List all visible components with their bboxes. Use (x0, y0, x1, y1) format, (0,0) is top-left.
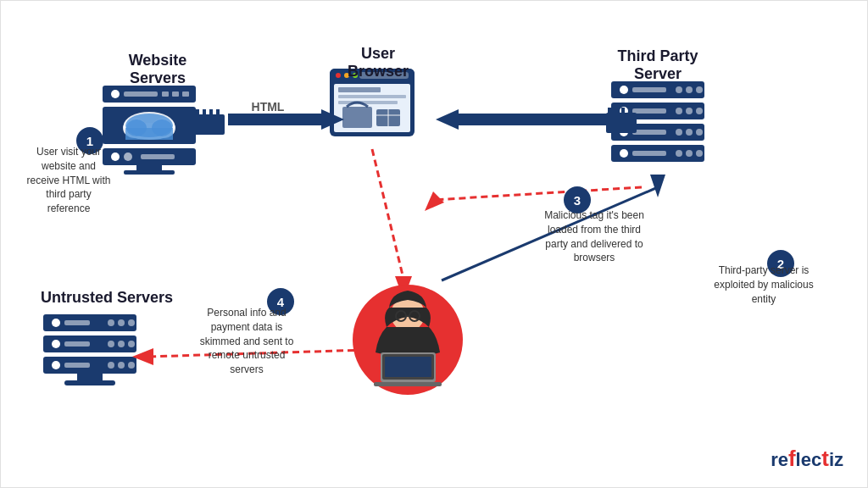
svg-point-73 (52, 361, 60, 369)
svg-rect-91 (606, 113, 637, 133)
svg-line-96 (372, 149, 403, 279)
svg-rect-44 (632, 108, 666, 114)
svg-point-12 (126, 119, 147, 136)
diagram-container: HTML 1 2 (1, 1, 868, 488)
svg-text:3: 3 (574, 193, 581, 208)
step3-desc: Malicious tag it's been loaded from the … (535, 208, 654, 265)
svg-marker-99 (132, 348, 153, 365)
svg-point-9 (152, 118, 175, 138)
svg-point-63 (108, 319, 114, 326)
svg-rect-31 (338, 101, 398, 104)
svg-point-37 (620, 86, 628, 94)
svg-point-43 (620, 107, 628, 115)
svg-point-8 (123, 118, 147, 138)
svg-point-61 (52, 319, 60, 327)
svg-rect-79 (64, 380, 115, 385)
svg-point-7 (124, 112, 175, 139)
svg-point-76 (118, 362, 125, 369)
svg-point-40 (686, 86, 693, 93)
svg-point-116 (396, 311, 406, 321)
svg-point-16 (111, 152, 120, 161)
logo-accent2: t (821, 446, 829, 471)
svg-rect-0 (103, 86, 196, 103)
svg-marker-86 (321, 109, 344, 130)
svg-rect-48 (611, 124, 704, 141)
svg-rect-4 (172, 92, 179, 97)
svg-rect-50 (632, 130, 666, 135)
svg-rect-18 (141, 154, 175, 159)
svg-rect-32 (342, 107, 372, 128)
svg-point-55 (620, 149, 628, 158)
svg-marker-97 (395, 276, 412, 299)
logo-accent: f (788, 446, 796, 471)
svg-line-94 (433, 187, 642, 200)
svg-rect-15 (103, 148, 196, 165)
svg-point-57 (676, 150, 682, 157)
svg-rect-114 (385, 357, 431, 377)
svg-point-1 (111, 90, 120, 98)
svg-point-39 (676, 86, 682, 93)
svg-point-52 (686, 129, 693, 136)
svg-point-17 (124, 152, 132, 161)
svg-rect-78 (77, 374, 103, 380)
svg-rect-30 (338, 95, 406, 98)
svg-marker-95 (425, 191, 444, 211)
svg-point-77 (128, 362, 135, 369)
svg-point-58 (686, 150, 693, 157)
svg-point-49 (620, 128, 628, 136)
svg-point-59 (696, 150, 703, 157)
svg-rect-28 (334, 84, 410, 132)
svg-point-71 (128, 341, 135, 347)
third-party-label: Third Party Server (594, 47, 721, 83)
logo-text-iz: iz (829, 449, 843, 470)
svg-rect-66 (43, 336, 136, 352)
svg-point-45 (676, 108, 682, 114)
svg-rect-36 (611, 81, 704, 98)
svg-rect-5 (182, 92, 189, 97)
svg-point-47 (696, 108, 703, 114)
svg-rect-20 (124, 170, 175, 175)
step1-desc: User visit your website and receive HTML… (26, 145, 111, 216)
svg-marker-93 (436, 109, 459, 130)
svg-marker-101 (650, 175, 665, 197)
svg-rect-84 (194, 114, 225, 135)
svg-point-70 (118, 341, 125, 347)
logo-text-re: re (771, 449, 788, 470)
svg-point-41 (696, 86, 703, 93)
svg-rect-113 (382, 354, 434, 380)
svg-point-10 (125, 123, 173, 140)
svg-rect-74 (64, 363, 90, 368)
user-browser-label: User Browser (331, 45, 425, 80)
svg-rect-72 (43, 357, 136, 374)
svg-point-13 (152, 119, 172, 136)
step2-desc: Third-party server is exploited by malic… (713, 263, 815, 306)
svg-point-75 (108, 362, 114, 369)
svg-point-110 (353, 285, 463, 395)
svg-rect-115 (374, 382, 442, 386)
reflectiz-logo: reflectiz (771, 446, 843, 472)
svg-rect-112 (381, 352, 436, 382)
svg-rect-42 (611, 103, 704, 119)
svg-rect-38 (632, 87, 666, 92)
untrusted-servers-label: Untrusted Servers (35, 289, 179, 307)
svg-point-11 (125, 114, 173, 137)
svg-rect-60 (43, 314, 136, 331)
svg-rect-62 (64, 320, 90, 325)
svg-point-67 (52, 340, 60, 348)
svg-rect-3 (162, 92, 169, 97)
svg-point-46 (686, 108, 693, 114)
svg-point-53 (696, 129, 703, 136)
svg-rect-29 (338, 87, 381, 92)
svg-rect-19 (136, 165, 162, 170)
step4-desc: Personal info and payment data is skimme… (192, 306, 302, 377)
logo-text-lec: lec (796, 449, 822, 470)
website-servers-label: Website Servers (103, 52, 213, 87)
svg-point-117 (409, 311, 420, 321)
svg-rect-14 (125, 128, 173, 140)
svg-point-69 (108, 341, 114, 347)
svg-rect-56 (632, 151, 666, 156)
svg-rect-6 (103, 107, 196, 144)
svg-point-65 (128, 319, 135, 326)
svg-rect-54 (611, 145, 704, 162)
svg-point-111 (391, 297, 425, 331)
